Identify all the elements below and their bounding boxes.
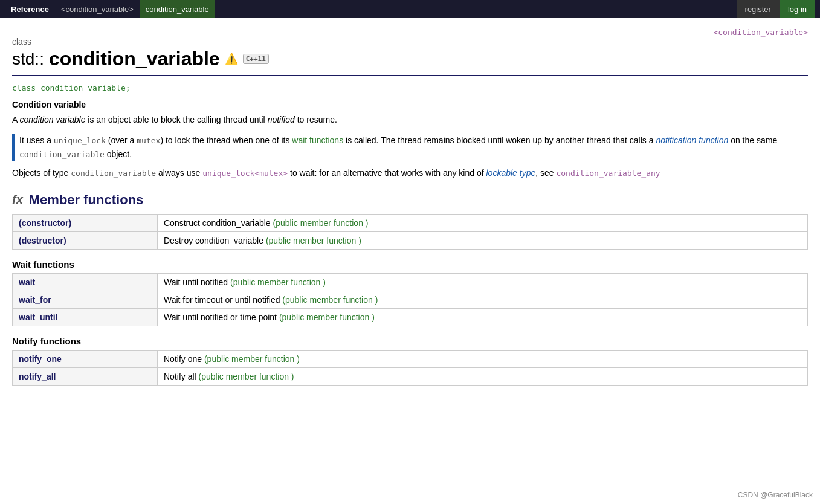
- header: Reference <condition_variable> condition…: [0, 0, 820, 18]
- constructor-link[interactable]: (constructor): [19, 218, 71, 228]
- main-content: <condition_variable> class std::conditio…: [0, 18, 820, 405]
- paragraph-1: A condition variable is an object able t…: [12, 113, 808, 126]
- code-mutex: mutex: [137, 136, 160, 145]
- login-button[interactable]: log in: [780, 0, 815, 18]
- link-lockable-type[interactable]: lockable type: [486, 168, 536, 178]
- table-row: notify_all Notify all (public member fun…: [13, 367, 808, 385]
- table-row: wait_for Wait for timeout or until notif…: [13, 291, 808, 308]
- header-divider: [12, 75, 808, 76]
- nav-condition-variable[interactable]: condition_variable: [140, 0, 215, 18]
- constructor-table: (constructor) Construct condition_variab…: [12, 214, 808, 250]
- italic-notified: notified: [268, 115, 295, 124]
- wait-desc: Wait until notified (public member funct…: [158, 273, 808, 291]
- table-row: wait Wait until notified (public member …: [13, 273, 808, 291]
- wait-until-desc: Wait until notified or time point (publi…: [158, 308, 808, 326]
- link-cv-any[interactable]: condition_variable_any: [556, 169, 660, 178]
- wait-functions-heading: Wait functions: [12, 259, 808, 270]
- top-right-link[interactable]: <condition_variable>: [713, 28, 808, 37]
- notify-one-desc: Notify one (public member function ): [158, 350, 808, 367]
- wait-until-tag: (public member function ): [279, 312, 375, 322]
- table-row: wait_until Wait until notified or time p…: [13, 308, 808, 326]
- link-notification-function[interactable]: notification function: [656, 135, 728, 145]
- code-cv-any: condition_variable_any: [556, 169, 660, 178]
- notify-all-tag: (public member function ): [199, 372, 294, 381]
- fx-icon: fx: [12, 193, 23, 207]
- code-unique-lock: unique_lock: [54, 136, 106, 145]
- nav-reference[interactable]: Reference: [5, 0, 55, 18]
- destructor-desc: Destroy condition_variable (public membe…: [158, 231, 808, 249]
- wait-for-tag: (public member function ): [282, 295, 378, 305]
- class-name-title: condition_variable: [49, 48, 220, 70]
- notify-one-link[interactable]: notify_one: [19, 354, 62, 364]
- wait-until-link[interactable]: wait_until: [19, 312, 58, 322]
- notify-one-tag: (public member function ): [204, 354, 300, 364]
- code-cv-type: condition_variable: [71, 169, 156, 178]
- constructor-tag: (public member function ): [273, 218, 369, 228]
- section-title: Condition variable: [12, 100, 808, 109]
- code-declaration: class condition_variable;: [12, 83, 808, 92]
- paragraph-2: It uses a unique_lock (over a mutex) to …: [12, 134, 808, 161]
- destructor-tag: (public member function ): [266, 236, 361, 245]
- table-row: notify_one Notify one (public member fun…: [13, 350, 808, 367]
- register-button[interactable]: register: [737, 0, 780, 18]
- notify-table: notify_one Notify one (public member fun…: [12, 350, 808, 386]
- notify-functions-heading: Notify functions: [12, 336, 808, 346]
- member-functions-heading: fx Member functions: [12, 192, 808, 208]
- table-row: (destructor) Destroy condition_variable …: [13, 231, 808, 249]
- notify-all-link[interactable]: notify_all: [19, 372, 56, 381]
- wait-for-desc: Wait for timeout or until notified (publ…: [158, 291, 808, 308]
- wait-link[interactable]: wait: [19, 277, 35, 287]
- class-title: std::condition_variable ⚠️ C++11: [12, 48, 808, 70]
- wait-for-link[interactable]: wait_for: [19, 295, 51, 305]
- destructor-link[interactable]: (destructor): [19, 236, 66, 245]
- std-prefix: std::: [12, 50, 44, 69]
- notify-all-desc: Notify all (public member function ): [158, 367, 808, 385]
- wait-table: wait Wait until notified (public member …: [12, 273, 808, 326]
- wait-tag: (public member function ): [230, 277, 326, 287]
- paragraph-3: Objects of type condition_variable alway…: [12, 166, 808, 180]
- link-unique-lock-mutex[interactable]: unique_lock<mutex>: [202, 169, 288, 178]
- italic-condition-variable: condition variable: [19, 115, 85, 124]
- table-row: (constructor) Construct condition_variab…: [13, 214, 808, 231]
- code-cv-obj: condition_variable: [19, 150, 105, 159]
- nav-condition-variable-header[interactable]: <condition_variable>: [55, 0, 140, 18]
- constructor-desc: Construct condition_variable (public mem…: [158, 214, 808, 231]
- code-unique-lock-mutex: unique_lock<mutex>: [202, 169, 288, 178]
- link-wait-functions[interactable]: wait functions: [292, 135, 343, 145]
- warning-icon: ⚠️: [225, 53, 238, 66]
- cpp-badge: C++11: [243, 54, 269, 64]
- class-label: class: [12, 37, 808, 47]
